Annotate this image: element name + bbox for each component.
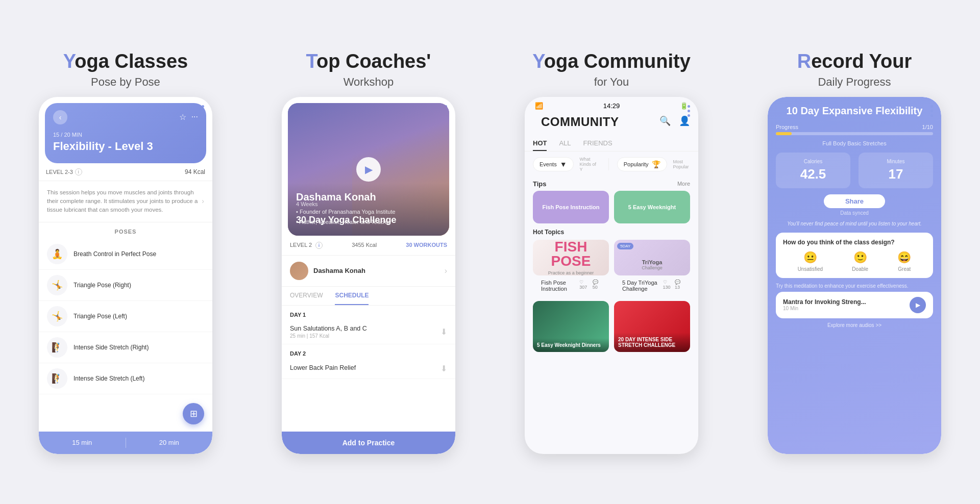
tips-section-header: Tips More: [525, 177, 698, 191]
meditation-title: Mantra for Invoking Streng...: [783, 298, 866, 306]
pose-icon-1: 🧘: [47, 244, 67, 264]
minutes-label: Minutes: [865, 159, 927, 164]
topic-card-1[interactable]: FISHPOSE Practice as a beginner: [533, 240, 609, 275]
download-icon-1[interactable]: ⬇: [440, 327, 447, 337]
bottom-right-time: 20 min: [159, 439, 179, 446]
pose-name-4: Intense Side Stretch (Right): [74, 344, 149, 351]
pose-item-2[interactable]: 🤸 Triangle Pose (Right): [39, 270, 212, 301]
tab-friends[interactable]: FRIENDS: [583, 136, 612, 151]
phone-frame-4: 10 Day Expansive Flexibility Progress 1/…: [768, 97, 941, 454]
challenge-title: 30 Day Yoga Challenge: [296, 215, 396, 225]
tab-overview[interactable]: OVERVIEW: [290, 287, 323, 305]
info-icon-2[interactable]: i: [315, 242, 323, 249]
progress-text: Progress: [776, 124, 798, 130]
practice-beginner-text: Practice as a beginner: [548, 270, 594, 275]
explore-audios-link[interactable]: Explore more audios >>: [776, 322, 933, 328]
day-badge: 5DAY: [617, 243, 633, 249]
battery-icon: 🔋: [680, 102, 688, 110]
poses-list: 🧘 Breath Control in Perfect Pose 🤸 Trian…: [39, 239, 212, 394]
person-icon[interactable]: 👤: [679, 115, 690, 127]
coach-row[interactable]: Dashama Konah ›: [282, 256, 455, 287]
rating-doable[interactable]: 🙂 Doable: [852, 251, 868, 272]
section-yoga-classes: Yoga Classes Pose by Pose ‹ ☆ ··· 15 / 2…: [10, 50, 241, 454]
events-filter[interactable]: Events ▼: [533, 157, 574, 171]
pose-icon-3: 🤸: [47, 306, 67, 326]
chevron-right-icon[interactable]: ›: [202, 196, 204, 207]
img-card-2[interactable]: 20 DAY INTENSE SIDE STRETCH CHALLENGE: [614, 301, 690, 352]
progress-screen: 10 Day Expansive Flexibility Progress 1/…: [768, 97, 941, 454]
coach-name-display: Dashama Konah: [313, 267, 365, 274]
topic-card-2[interactable]: 5DAY TriYoga Challenge: [614, 240, 690, 275]
section-top-coaches: Top Coaches' Workshop ▶ Dashama Konah • …: [253, 50, 484, 454]
tip-card-2[interactable]: 5 Easy Weeknight: [614, 191, 690, 223]
title-yoga-classes: Yoga Classes: [63, 50, 188, 73]
rating-unsatisfied[interactable]: 😐 Unsatisfied: [798, 251, 823, 272]
stats-row: Calories 42.5 Minutes 17: [776, 153, 933, 188]
workout-item-2[interactable]: Lower Back Pain Relief ⬇: [282, 359, 455, 379]
workout-2-name: Lower Back Pain Relief: [290, 364, 356, 371]
share-button[interactable]: Share: [824, 194, 885, 208]
session-stats: LEVEL 2-3 i 94 Kcal: [39, 163, 212, 181]
workout-item-1[interactable]: Sun Salutations A, B and C 25 min | 157 …: [282, 320, 455, 344]
doable-label: Doable: [852, 266, 868, 272]
calories-stat: Calories 42.5: [776, 153, 850, 188]
pose-icon-2: 🤸: [47, 275, 67, 295]
download-icon-2[interactable]: ⬇: [440, 364, 447, 373]
subtitle-yoga-classes: Pose by Pose: [63, 75, 188, 89]
popularity-label: Popularity: [624, 161, 649, 167]
subtitle-top-coaches: Workshop: [306, 75, 431, 89]
info-icon[interactable]: i: [75, 168, 82, 175]
workout-tabs: OVERVIEW SCHEDULE: [282, 287, 455, 306]
title-top-coaches: Top Coaches': [306, 50, 431, 73]
topic2-likes: ♡ 130: [663, 280, 671, 292]
pose-item-4[interactable]: 🧗 Intense Side Stretch (Right): [39, 332, 212, 363]
poses-label: POSES: [39, 222, 212, 239]
level-info: LEVEL 2 i: [290, 242, 323, 249]
popularity-filter[interactable]: Popularity 🏆: [617, 157, 667, 171]
pose-item-3[interactable]: 🤸 Triangle Pose (Left): [39, 301, 212, 332]
meditation-play-button[interactable]: ▶: [910, 297, 926, 313]
rating-great[interactable]: 😄 Great: [897, 251, 911, 272]
tips-title: Tips: [533, 180, 547, 188]
rating-card: How do you think of the class design? 😐 …: [776, 233, 933, 278]
search-icon[interactable]: 🔍: [659, 115, 671, 127]
topic-2-name: 5 Day TriYoga Challenge: [622, 280, 663, 292]
back-button[interactable]: ‹: [53, 110, 67, 124]
pose-item-1[interactable]: 🧘 Breath Control in Perfect Pose: [39, 239, 212, 270]
meditation-card[interactable]: Mantra for Invoking Streng... 10 Min ▶: [776, 292, 933, 318]
card-title: 10 Day Expansive Flexibility: [776, 105, 933, 117]
calories-value: 42.5: [782, 166, 844, 182]
events-sub: What Kinds of Y: [580, 157, 601, 172]
progress-bar: [776, 132, 933, 135]
tab-all[interactable]: ALL: [559, 136, 571, 151]
coach-avatar: [290, 262, 308, 280]
pose-icon-4: 🧗: [47, 337, 67, 358]
section-record-progress: Record Your Daily Progress 10 Day Expans…: [739, 50, 970, 454]
minutes-value: 17: [865, 166, 927, 182]
community-icons: 🔍 👤: [659, 115, 690, 127]
tips-row: Fish Pose Instruction 5 Easy Weeknight: [525, 191, 698, 229]
tab-hot[interactable]: HOT: [533, 136, 547, 151]
star-icon[interactable]: ☆: [179, 112, 186, 122]
community-tabs: HOT ALL FRIENDS: [525, 132, 698, 152]
add-to-practice-btn[interactable]: Add to Practice: [282, 432, 455, 454]
hot-topics-label: Hot Topics: [525, 229, 698, 240]
phone-frame-3: 📶 14:29 🔋 COMMUNITY 🔍 👤 HOT ALL FRIENDS …: [525, 97, 698, 454]
screen1-header: ‹ ☆ ··· 15 / 20 MIN Flexibility - Level …: [45, 103, 206, 163]
section-yoga-community: Yoga Community for You 📶 14:29 🔋 COMMUNI…: [496, 50, 727, 454]
tab-schedule[interactable]: SCHEDULE: [335, 287, 369, 305]
more-icon[interactable]: ···: [191, 112, 198, 122]
play-button[interactable]: ▶: [356, 157, 381, 182]
section-title-2: Top Coaches' Workshop: [306, 50, 431, 89]
fab-button[interactable]: ⊞: [183, 403, 204, 424]
minutes-stat: Minutes 17: [859, 153, 933, 188]
great-icon: 😄: [897, 251, 911, 264]
session-description: This session helps you move muscles and …: [39, 181, 212, 222]
tip-card-1[interactable]: Fish Pose Instruction: [533, 191, 609, 223]
workout-2-info: Lower Back Pain Relief: [290, 364, 356, 372]
progress-count: 1/10: [922, 124, 933, 130]
more-button[interactable]: More: [677, 181, 690, 187]
pose-item-5[interactable]: 🧗 Intense Side Stretch (Left): [39, 363, 212, 394]
topic-1-footer: Fish Pose Instruction ♡ 307 💬 50: [533, 278, 609, 294]
img-card-1[interactable]: 5 Easy Weeknight Dinners: [533, 301, 609, 352]
